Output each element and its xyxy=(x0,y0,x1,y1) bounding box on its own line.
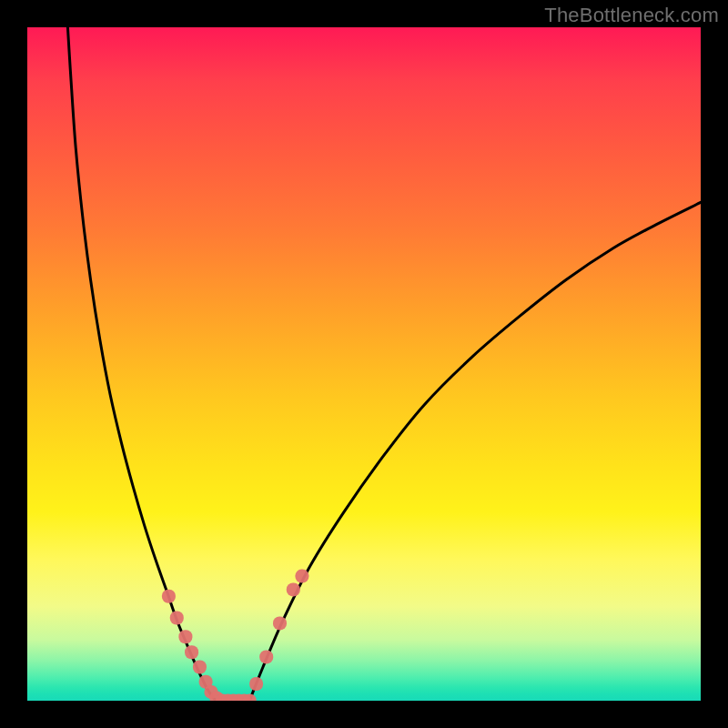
plot-area xyxy=(27,27,701,701)
curve-marker xyxy=(295,570,308,583)
curve-marker xyxy=(287,582,300,596)
curve-marker xyxy=(259,650,273,663)
curve-marker xyxy=(193,661,207,674)
curve-marker xyxy=(178,630,192,643)
marker-group xyxy=(162,570,309,701)
chart-stage: TheBottleneck.com xyxy=(0,0,728,728)
curve-marker xyxy=(185,645,198,659)
watermark-text: TheBottleneck.com xyxy=(544,4,719,27)
curve-marker xyxy=(273,616,287,630)
curve-layer xyxy=(27,27,701,701)
curve-marker xyxy=(162,590,176,603)
curve-marker xyxy=(249,677,263,691)
curve-marker xyxy=(170,611,184,624)
